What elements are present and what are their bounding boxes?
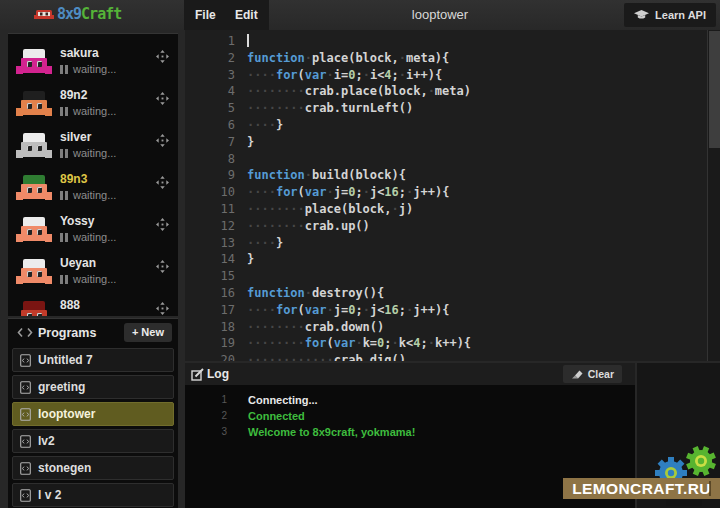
line-number: 12 <box>185 218 235 235</box>
player-row[interactable]: 888 waiting... <box>8 294 178 316</box>
line-number: 18 <box>185 319 235 336</box>
code-line: 19 ········for(var·k=0;·k<4;·k++){ <box>185 335 720 352</box>
player-status-text: waiting... <box>73 147 116 159</box>
player-status: waiting... <box>60 105 116 117</box>
code-text: function·destroy(){ <box>235 285 384 302</box>
pause-icon <box>60 191 68 200</box>
log-message: Connected <box>227 408 305 424</box>
programs-title: Programs <box>38 326 96 340</box>
program-item[interactable]: looptower <box>12 402 174 426</box>
move-player-icon[interactable] <box>156 218 169 231</box>
player-name: 89n2 <box>60 88 87 102</box>
code-text <box>235 151 247 168</box>
player-status: waiting... <box>60 231 116 243</box>
program-item[interactable]: greeting <box>12 375 174 399</box>
code-line: 18 ········crab.down() <box>185 319 720 336</box>
program-item[interactable]: Untitled 7 <box>12 348 174 372</box>
move-player-icon[interactable] <box>156 92 169 105</box>
player-status-text: waiting... <box>73 315 116 316</box>
line-number: 15 <box>185 268 235 285</box>
code-text: ····for(var·j=0;·j<16;·j++){ <box>235 302 449 319</box>
code-text <box>235 33 249 50</box>
program-item[interactable]: l v 2 <box>12 483 174 507</box>
program-name: lv2 <box>38 434 55 448</box>
code-text: ········crab.down() <box>235 319 384 336</box>
log-row: 3 Welcome to 8x9craft, yokmama! <box>185 424 635 440</box>
document-title: looptower <box>185 0 695 30</box>
code-file-icon <box>20 435 31 448</box>
move-player-icon[interactable] <box>156 302 169 315</box>
code-file-icon <box>20 462 31 475</box>
program-name: looptower <box>38 407 95 421</box>
code-icon <box>17 327 33 338</box>
watermark-banner: LEMONCRAFT.RU <box>563 478 720 499</box>
player-row[interactable]: 89n2 waiting... <box>8 84 178 126</box>
player-status-text: waiting... <box>73 105 116 117</box>
code-line: 9 function·build(block){ <box>185 167 720 184</box>
code-line: 1 <box>185 33 720 50</box>
code-text: ········crab.up() <box>235 218 370 235</box>
line-number: 1 <box>185 33 235 50</box>
code-line: 20 ············crab.dig() <box>185 352 720 361</box>
player-status-text: waiting... <box>73 231 116 243</box>
player-row[interactable]: sakura waiting... <box>8 42 178 84</box>
code-line: 3 ····for(var·i=0;·i<4;·i++){ <box>185 67 720 84</box>
programs-panel: Programs + New Untitled 7 greeting loopt… <box>8 318 178 508</box>
code-line: 2 function·place(block,·meta){ <box>185 50 720 67</box>
line-number: 2 <box>185 50 235 67</box>
watermark-fineprint <box>666 500 702 506</box>
player-status-text: waiting... <box>73 63 116 75</box>
editor-scrollbar[interactable] <box>707 30 720 361</box>
text-cursor <box>247 34 249 47</box>
code-file-icon <box>20 408 31 421</box>
line-number: 20 <box>185 352 235 361</box>
learn-api-label: Learn API <box>655 9 706 21</box>
code-line: 17 ····for(var·j=0;·j<16;·j++){ <box>185 302 720 319</box>
player-name: 89n3 <box>60 172 87 186</box>
line-number: 14 <box>185 251 235 268</box>
move-player-icon[interactable] <box>156 260 169 273</box>
programs-list: Untitled 7 greeting looptower lv2 stoneg… <box>8 347 178 507</box>
crab-avatar-icon <box>16 301 52 316</box>
pause-icon <box>60 107 68 116</box>
players-panel: sakura waiting... 89n2 waiting... <box>8 33 178 316</box>
move-player-icon[interactable] <box>156 134 169 147</box>
program-item[interactable]: stonegen <box>12 456 174 480</box>
code-text: ········crab.turnLeft() <box>235 100 413 117</box>
crab-avatar-icon <box>16 49 52 75</box>
code-line: 10 ····for(var·j=0;·j<16;·j++){ <box>185 184 720 201</box>
pause-icon <box>60 275 68 284</box>
player-status-text: waiting... <box>73 273 116 285</box>
line-number: 7 <box>185 134 235 151</box>
code-file-icon <box>20 381 31 394</box>
code-editor[interactable]: 1 2 function·place(block,·meta){ 3 ····f… <box>185 30 720 361</box>
clear-label: Clear <box>588 368 614 380</box>
code-text: } <box>235 134 254 151</box>
new-program-button[interactable]: + New <box>124 323 172 342</box>
learn-api-button[interactable]: Learn API <box>624 3 716 27</box>
player-status-text: waiting... <box>73 189 116 201</box>
player-row[interactable]: Ueyan waiting... <box>8 252 178 294</box>
code-text: ····for(var·i=0;·i<4;·i++){ <box>235 67 442 84</box>
clear-log-button[interactable]: Clear <box>563 365 622 383</box>
player-row[interactable]: 89n3 waiting... <box>8 168 178 210</box>
code-line: 11 ········place(block,·j) <box>185 201 720 218</box>
crab-avatar-icon <box>16 175 52 201</box>
line-number: 3 <box>185 67 235 84</box>
code-text: ········place(block,·j) <box>235 201 413 218</box>
code-line: 6 ····} <box>185 117 720 134</box>
editor-scrollbar-thumb[interactable] <box>709 31 720 148</box>
move-player-icon[interactable] <box>156 176 169 189</box>
code-line: 14 } <box>185 251 720 268</box>
move-player-icon[interactable] <box>156 50 169 63</box>
player-row[interactable]: Yossy waiting... <box>8 210 178 252</box>
log-body: 1 Connecting... 2 Connected 3 Welcome to… <box>185 385 635 440</box>
player-row[interactable]: silver waiting... <box>8 126 178 168</box>
code-text: ········for(var·k=0;·k<4;·k++){ <box>235 335 471 352</box>
player-name: sakura <box>60 46 99 60</box>
program-item[interactable]: lv2 <box>12 429 174 453</box>
program-name: Untitled 7 <box>38 353 93 367</box>
watermark-caret <box>709 481 711 496</box>
log-compose-icon <box>191 368 204 381</box>
pause-icon <box>60 149 68 158</box>
